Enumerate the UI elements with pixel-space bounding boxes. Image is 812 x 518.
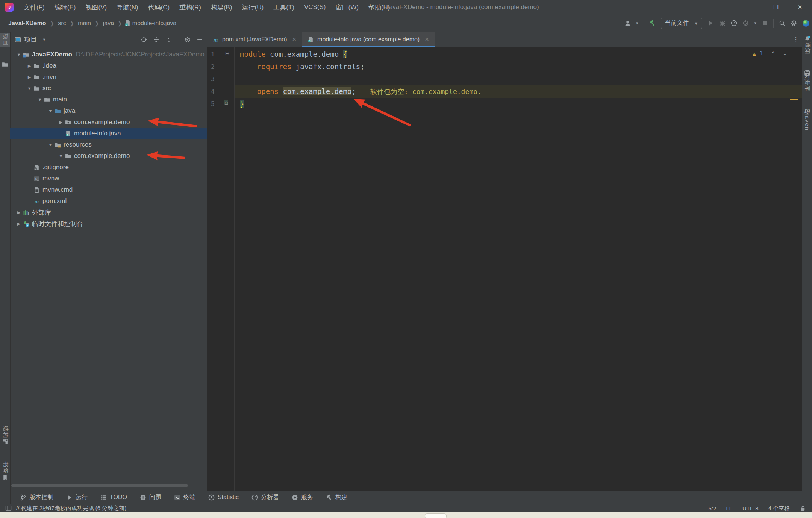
tab-options-icon[interactable]: ⋮: [792, 32, 799, 47]
stripe-button-commit[interactable]: [0, 61, 10, 68]
chevron-down-icon[interactable]: ▼: [42, 37, 46, 42]
chevron-right-icon[interactable]: ▶: [25, 75, 33, 80]
breadcrumb-item-1[interactable]: src: [56, 19, 67, 27]
run-config-combo[interactable]: 当前文件▼: [661, 18, 703, 29]
line-number[interactable]: 1: [207, 48, 234, 61]
code-line-5[interactable]: }: [235, 98, 802, 110]
editor-tab-0[interactable]: mpom.xml (JavaFXDemo)✕: [207, 32, 302, 47]
tree-row-src[interactable]: ▼src: [10, 83, 207, 94]
toolwindow-button--[interactable]: 终端: [174, 494, 195, 501]
search-everywhere-icon[interactable]: [779, 20, 785, 26]
coverage-icon[interactable]: [742, 20, 749, 26]
unlock-icon[interactable]: [800, 505, 806, 512]
chevron-right-icon[interactable]: ▶: [15, 210, 23, 215]
tree-row--[interactable]: ▶临时文件和控制台: [10, 218, 207, 229]
code-line-1[interactable]: module com.example.demo {: [235, 48, 802, 61]
editor-surface[interactable]: [207, 47, 802, 491]
profiler-icon[interactable]: [731, 20, 737, 26]
tree-row-mvnw[interactable]: >mvnw: [10, 173, 207, 184]
tree-row-.idea[interactable]: ▶.idea: [10, 60, 207, 71]
menu-item-2[interactable]: 视图(V): [80, 0, 112, 14]
breadcrumb-item-0[interactable]: JavaFXDemo: [7, 19, 48, 27]
status-message[interactable]: // 构建在 2秒87毫秒内成功完成 (6 分钟之前): [16, 505, 126, 512]
menu-item-5[interactable]: 重构(R): [174, 0, 206, 14]
toolwindow-button--[interactable]: 问题: [140, 494, 161, 501]
menu-item-1[interactable]: 编辑(E): [50, 0, 81, 14]
code-with-me-icon[interactable]: [802, 20, 810, 27]
chevron-down-icon[interactable]: ▼: [25, 86, 33, 91]
chevron-right-icon[interactable]: ▶: [57, 120, 65, 125]
toolwindow-button-Statistic[interactable]: Statistic: [208, 494, 239, 501]
menu-item-3[interactable]: 导航(N): [112, 0, 143, 14]
next-problem-icon[interactable]: ⌄: [783, 50, 787, 56]
caret-position[interactable]: 5:2: [709, 505, 717, 512]
fold-end-icon[interactable]: ⌂: [224, 100, 228, 105]
code-line-2[interactable]: requires javafx.controls;: [235, 61, 802, 73]
tree-row-main[interactable]: ▼main: [10, 94, 207, 105]
close-button[interactable]: ✕: [788, 0, 812, 14]
collapse-all-icon[interactable]: [165, 36, 172, 43]
expand-all-icon[interactable]: [153, 36, 159, 43]
chevron-down-icon[interactable]: ▼: [46, 142, 55, 147]
tree-row--[interactable]: ▶外部库: [10, 207, 207, 218]
chevron-down-icon[interactable]: ▾: [636, 21, 638, 26]
chevron-right-icon[interactable]: ▶: [25, 64, 33, 68]
toolwindow-button--[interactable]: 分析器: [251, 494, 279, 501]
prev-problem-icon[interactable]: ⌃: [771, 50, 776, 56]
stripe-button-notifications[interactable]: 通知: [802, 36, 812, 52]
tree-row-resources[interactable]: ▼resources: [10, 139, 207, 150]
menu-item-0[interactable]: 文件(F): [19, 0, 50, 14]
code-line-4[interactable]: opens com.example.demo;软件包为空: com.exampl…: [235, 85, 802, 98]
tree-row-mvnw.cmd[interactable]: mvnw.cmd: [10, 184, 207, 195]
menu-item-4[interactable]: 代码(C): [143, 0, 175, 14]
line-number[interactable]: 4: [207, 85, 234, 98]
tree-row-com.example.demo[interactable]: ▼com.example.demo: [10, 150, 207, 162]
editor-gutter[interactable]: 12345: [207, 48, 234, 110]
breadcrumb-item-4[interactable]: module-info.java: [131, 19, 178, 27]
inspections-widget[interactable]: ▲! 1 ⌃ ⌄: [751, 50, 787, 57]
stripe-button-maven[interactable]: mMaven: [802, 107, 812, 124]
chevron-down-icon[interactable]: ▼: [15, 52, 23, 57]
toolwindow-button--[interactable]: 构建: [326, 494, 347, 501]
panel-settings-icon[interactable]: [184, 36, 191, 43]
stripe-button-project[interactable]: 项目: [0, 33, 10, 47]
restore-button[interactable]: ❐: [764, 0, 788, 14]
stop-icon[interactable]: [762, 20, 768, 26]
fold-marker-icon[interactable]: ⊟: [225, 50, 230, 56]
project-tree-hscrollbar[interactable]: [11, 484, 188, 487]
hide-panel-icon[interactable]: [197, 36, 203, 43]
breadcrumb-item-3[interactable]: java: [102, 19, 115, 27]
stripe-button-structure[interactable]: 结构: [0, 429, 10, 445]
chevron-right-icon[interactable]: ▶: [15, 221, 23, 226]
stripe-button-database[interactable]: 数据库: [802, 70, 812, 86]
editor-tab-1[interactable]: Jmodule-info.java (com.example.demo)✕: [302, 32, 435, 47]
line-number[interactable]: 2: [207, 61, 234, 73]
toolwindow-button-TODO[interactable]: TODO: [100, 494, 127, 501]
debug-icon[interactable]: [719, 20, 726, 26]
code-line-3[interactable]: [235, 73, 802, 85]
chevron-down-icon[interactable]: ▼: [36, 97, 44, 102]
line-number[interactable]: 5: [207, 98, 234, 110]
tree-row-pom.xml[interactable]: mpom.xml: [10, 195, 207, 207]
tree-row-java[interactable]: ▼java: [10, 105, 207, 117]
chevron-down-icon[interactable]: ▼: [57, 154, 65, 158]
tree-row-com.example.demo[interactable]: ▶com.example.demo: [10, 117, 207, 128]
build-hammer-icon[interactable]: [649, 20, 656, 26]
tree-row-module-info.java[interactable]: Jmodule-info.java: [10, 128, 207, 139]
tree-row-JavaFXDemo[interactable]: ▼JavaFXDemoD:\IDEAProjects\JCNCProjects\…: [10, 49, 207, 60]
breadcrumb-item-2[interactable]: main: [76, 19, 92, 27]
user-icon[interactable]: [624, 20, 631, 26]
stripe-button-bookmarks[interactable]: 书签: [0, 464, 10, 481]
toolwindow-button--[interactable]: 服务: [292, 494, 313, 501]
file-encoding[interactable]: UTF-8: [742, 505, 759, 512]
menu-item-8[interactable]: 工具(T): [268, 0, 299, 14]
tab-close-icon[interactable]: ✕: [424, 36, 429, 43]
menu-item-9[interactable]: VCS(S): [299, 0, 331, 14]
toolwindow-button--[interactable]: 版本控制: [20, 494, 53, 501]
tab-close-icon[interactable]: ✕: [292, 36, 297, 43]
indent-setting[interactable]: 4 个空格: [768, 505, 790, 512]
toolwindow-button--[interactable]: 运行: [66, 494, 88, 501]
line-number[interactable]: 3: [207, 73, 234, 85]
menu-item-7[interactable]: 运行(U): [237, 0, 269, 14]
chevron-down-icon[interactable]: ▼: [46, 109, 55, 113]
